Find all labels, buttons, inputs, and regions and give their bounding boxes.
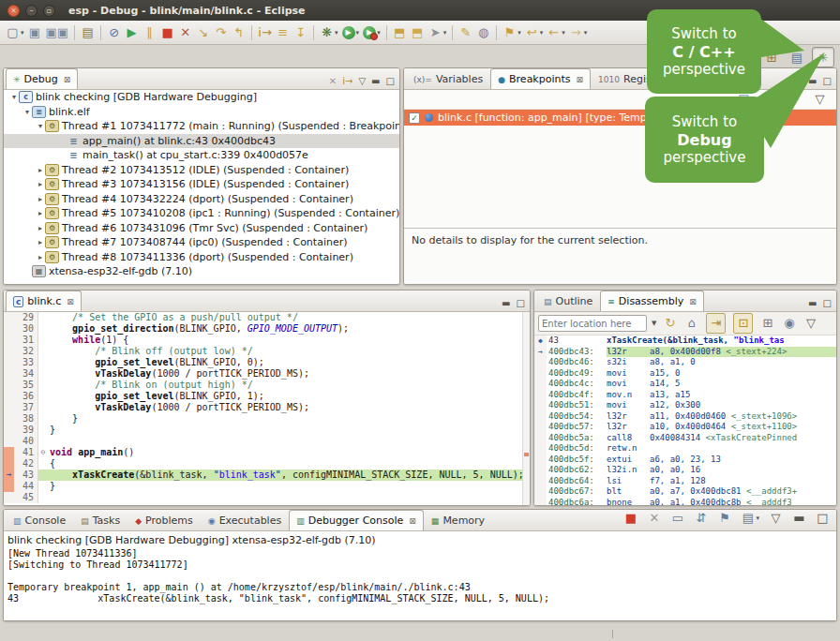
use-step-filters-button[interactable]: ≡ xyxy=(274,23,292,42)
add-filter-button[interactable]: ❖ xyxy=(786,90,803,109)
forward-button[interactable]: →▾ xyxy=(567,23,590,42)
disassembly-row[interactable]: 400dbc62:l32i.na0, a0, 16 xyxy=(534,465,836,476)
view-menu-button[interactable]: ▽ xyxy=(767,509,785,528)
disassembly-row[interactable]: 400dbc64:lsif7, a1, 128 xyxy=(534,476,836,487)
minimize-icon[interactable]: ▬ xyxy=(808,76,817,86)
open-folder-button[interactable]: ⬒ xyxy=(409,23,427,42)
home-button[interactable]: ⌂ xyxy=(682,314,700,333)
build-button[interactable]: ▤ xyxy=(79,23,97,42)
editor-line[interactable]: 44} xyxy=(4,481,530,492)
editor-line[interactable]: →43 xTaskCreate(&blink_task, "blink_task… xyxy=(4,470,530,481)
maximize-button[interactable]: □ xyxy=(386,76,395,86)
dropdown-icon[interactable]: ▾ xyxy=(562,29,565,37)
editor-line[interactable]: 37 vTaskDelay(1000 / portTICK_PERIOD_MS)… xyxy=(4,402,530,413)
editor-line[interactable]: 39} xyxy=(4,425,530,436)
close-icon[interactable]: ⊠ xyxy=(67,297,74,306)
expander-icon[interactable]: ▸ xyxy=(36,180,45,188)
maximize-button[interactable]: □ xyxy=(814,509,832,528)
disassembly-row[interactable]: 400dbc46:s32ia8, a1, 0 xyxy=(534,357,836,368)
editor-line[interactable]: 30 gpio_set_direction(BLINK_GPIO, GPIO_M… xyxy=(4,323,530,335)
track-expression-button[interactable]: ⊡ xyxy=(731,314,755,333)
expander-icon[interactable]: ▾ xyxy=(9,93,19,101)
location-input[interactable] xyxy=(538,315,647,332)
last-edit-location-button[interactable]: ↩▾ xyxy=(523,23,546,42)
debug-tree-item[interactable]: ▾⚙Thread #1 1073411772 (main : Running) … xyxy=(4,119,399,134)
expander-icon[interactable]: ▾ xyxy=(36,122,45,130)
expander-icon[interactable]: ▸ xyxy=(36,253,45,261)
instruction-stepping-button[interactable]: i→ xyxy=(256,23,274,42)
disconnect-button[interactable]: ✕ xyxy=(176,23,194,42)
open-project-button[interactable]: ⬒ xyxy=(391,23,409,42)
view-menu-button[interactable]: ▽ xyxy=(358,76,366,86)
dropdown-icon[interactable]: ▾ xyxy=(356,29,360,37)
debug-tree-item[interactable]: ▸⚙Thread #5 1073410208 (ipc1 : Running) … xyxy=(4,206,399,221)
tab-memory[interactable]: ▦Memory xyxy=(424,510,492,530)
open-perspective-button[interactable]: ⊞ xyxy=(761,48,782,67)
remove-all-terminated-button[interactable]: ✕ xyxy=(329,76,337,86)
cpp-perspective-button[interactable]: ▤ xyxy=(787,48,807,67)
view-menu-button[interactable]: ▽ xyxy=(802,314,819,333)
tab-blink-c[interactable]: c blink.c ⊠ xyxy=(6,291,82,311)
close-icon[interactable]: ⊠ xyxy=(577,75,584,84)
resume-button[interactable]: ▶ xyxy=(123,23,141,42)
close-icon[interactable]: ⊠ xyxy=(409,516,416,526)
dropdown-icon[interactable]: ▾ xyxy=(443,29,447,37)
minimize-button[interactable]: – xyxy=(25,5,38,17)
disassembly-row[interactable]: →400dbc43:l32ra8, 0x400d00f8 <_stext+224… xyxy=(534,347,836,358)
disassembly-row[interactable]: 400dbc5d:retw.n xyxy=(534,443,836,455)
pin-view-button[interactable]: ◉ xyxy=(780,314,798,333)
minimize-icon[interactable]: ▬ xyxy=(808,298,817,308)
suspend-button[interactable]: ‖ xyxy=(141,23,158,42)
breakpoint-checkbox[interactable]: ✓ xyxy=(409,112,420,124)
debug-tree-item[interactable]: ▸⚙Thread #8 1073411336 (dport) (Suspende… xyxy=(4,250,399,265)
minimize-icon[interactable]: ▬ xyxy=(502,298,510,308)
maximize-icon[interactable]: □ xyxy=(823,298,832,308)
save-all-button[interactable]: ▣▣ xyxy=(44,23,71,42)
dropdown-icon[interactable]: ▾ xyxy=(335,29,338,37)
debug-tree-item[interactable]: ▸⚙Thread #6 1073431096 (Tmr Svc) (Suspen… xyxy=(4,221,399,236)
maximize-button[interactable]: ▫ xyxy=(43,5,55,17)
breakpoint-row[interactable]: ✓ blink.c [function: app_main] [type: Te… xyxy=(404,110,836,126)
expander-icon[interactable]: ▸ xyxy=(36,195,45,203)
tab-debug[interactable]: ✳ Debug ⊠ xyxy=(6,68,78,89)
disassembly-row[interactable]: 400dbc49:movia15, 0 xyxy=(534,368,836,380)
debug-tree-item[interactable]: ▾cblink checking [GDB Hardware Debugging… xyxy=(4,90,399,105)
debug-tree-item[interactable]: ▾≣blink.elf xyxy=(4,105,399,120)
close-button[interactable]: ✕ xyxy=(8,5,20,17)
expander-icon[interactable]: ▸ xyxy=(36,238,45,246)
new-view-button[interactable]: ⊞ xyxy=(758,314,776,333)
debug-tree-item[interactable]: ▸⚙Thread #4 1073432224 (dport) (Suspende… xyxy=(4,192,399,207)
flash-button[interactable]: ➤▾ xyxy=(427,23,449,42)
disassembly-row[interactable]: 400dbc4f:mov.na13, a15 xyxy=(534,390,836,401)
debug-button[interactable]: ❋▾ xyxy=(318,23,340,42)
console-output[interactable]: blink checking [GDB Hardware Debugging] … xyxy=(4,531,836,621)
expander-icon[interactable]: ▸ xyxy=(36,209,45,217)
pin-console-button[interactable]: ⚑ xyxy=(715,509,733,528)
display-console-button[interactable]: ▤▾ xyxy=(739,509,761,528)
minimize-button[interactable]: ▬ xyxy=(371,76,380,86)
terminate-button[interactable]: ■ xyxy=(158,23,176,42)
save-button[interactable]: ▣ xyxy=(26,23,44,42)
minimize-button[interactable]: ▬ xyxy=(790,509,808,528)
disassembly-row[interactable]: 400dbc4c:movia14, 5 xyxy=(534,379,836,390)
maximize-icon[interactable]: □ xyxy=(517,298,525,308)
overview-ruler[interactable] xyxy=(522,312,530,506)
new-wizard-button[interactable]: ▢▾ xyxy=(4,23,26,42)
tab-problems[interactable]: ◆Problems xyxy=(128,510,201,530)
disassembly-row[interactable]: 400dbc67:blta0, a7, 0x400dbc81 <__adddf3… xyxy=(534,486,836,498)
editor-line[interactable]: 36 gpio_set_level(BLINK_GPIO, 1); xyxy=(4,391,530,402)
disassembly-row[interactable]: 400dbc6a:bnonea0, a1, 0x400dbc8b <__addd… xyxy=(534,498,836,507)
tab-breakpoints[interactable]: ●Breakpoints⊠ xyxy=(490,68,591,89)
editor-line[interactable]: 34 vTaskDelay(1000 / portTICK_PERIOD_MS)… xyxy=(4,368,530,380)
clear-console-button[interactable]: ▭ xyxy=(668,509,686,528)
editor-line[interactable]: 41⊖void app_main() xyxy=(4,447,530,458)
tab-outline[interactable]: ▤ Outline xyxy=(536,291,600,311)
tab-tasks[interactable]: ▤Tasks xyxy=(73,510,128,530)
remove-launch-button[interactable]: ✕ xyxy=(645,509,663,528)
debug-tree-item[interactable]: ▸⚙Thread #2 1073413512 (IDLE) (Suspended… xyxy=(4,163,399,178)
view-menu-button[interactable]: ▽ xyxy=(811,90,829,109)
tab-debugger-console[interactable]: ▥Debugger Console⊠ xyxy=(289,510,424,530)
web-button[interactable]: ◍ xyxy=(474,23,492,42)
debug-tree-item[interactable]: ▸⚙Thread #7 1073408744 (ipc0) (Suspended… xyxy=(4,235,399,250)
step-over-button[interactable]: ↷ xyxy=(212,23,230,42)
